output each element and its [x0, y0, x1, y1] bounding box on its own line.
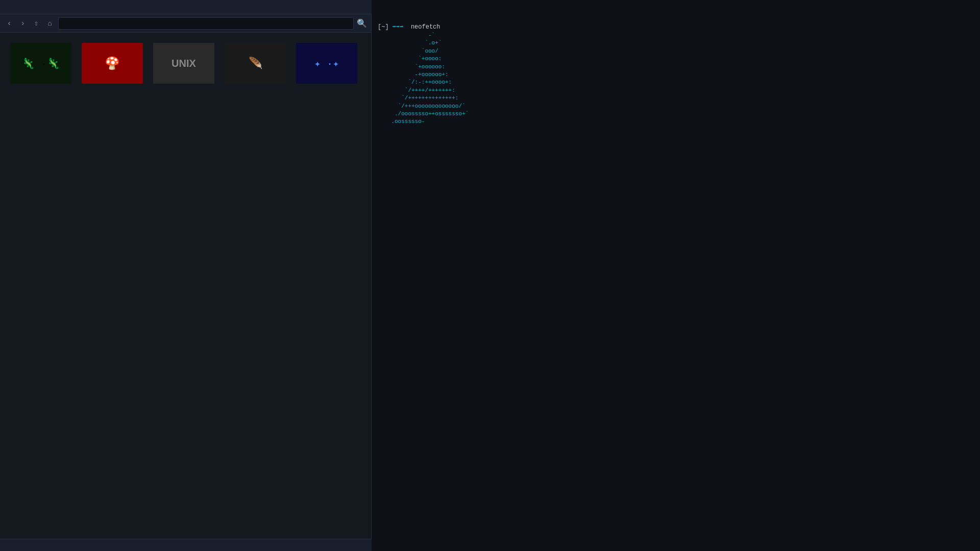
thumb-art-3: UNIX [172, 58, 196, 69]
monitor-ids [372, 14, 980, 18]
terminal-panel[interactable]: [~] ➡➡➡ neofetch -` `.o+` `ooo/ `+oooo: … [372, 14, 980, 551]
thumbnail-item-4[interactable]: 🪶 [225, 43, 286, 87]
thumbnails-grid: 🦎 ·🦎 🍄 UNIX [10, 43, 361, 87]
neofetch-display: -` `.o+` `ooo/ `+oooo: `+oooooo: -+ooooo… [378, 32, 974, 126]
thumb-art-4: 🪶 [249, 57, 262, 70]
back-button[interactable]: ‹ [4, 18, 14, 29]
up-button[interactable]: ⇧ [31, 18, 41, 29]
status-bar [0, 539, 372, 551]
address-bar[interactable] [58, 17, 354, 30]
thumb-art-2: 🍄 [105, 56, 120, 71]
prompt-line-1: [~] ➡➡➡ neofetch [378, 22, 974, 32]
main-area: ‹ › ⇧ ⌂ 🔍 🦎 ·🦎 🍄 [0, 14, 980, 551]
thumbnail-item-1[interactable]: 🦎 ·🦎 [10, 43, 71, 87]
thumbnails-area: 🦎 ·🦎 🍄 UNIX [0, 33, 371, 539]
terminal-content[interactable]: [~] ➡➡➡ neofetch -` `.o+` `ooo/ `+oooo: … [372, 18, 980, 551]
thumb-art-1: 🦎 ·🦎 [22, 57, 60, 70]
forward-button[interactable]: › [17, 18, 28, 29]
home-button[interactable]: ⌂ [44, 18, 55, 29]
menubar [0, 0, 372, 14]
thumbnail-item-5[interactable]: ✦ ·✦ [296, 43, 357, 87]
file-manager: ‹ › ⇧ ⌂ 🔍 🦎 ·🦎 🍄 [0, 14, 372, 551]
thumbnail-item-2[interactable]: 🍄 [82, 43, 143, 87]
neofetch-ascii-art: -` `.o+` `ooo/ `+oooo: `+oooooo: -+ooooo… [378, 32, 541, 126]
thumbnail-item-3[interactable]: UNIX [153, 43, 214, 87]
thumb-art-5: ✦ ·✦ [314, 57, 339, 70]
search-icon[interactable]: 🔍 [357, 18, 367, 29]
toolbar: ‹ › ⇧ ⌂ 🔍 [0, 14, 371, 33]
